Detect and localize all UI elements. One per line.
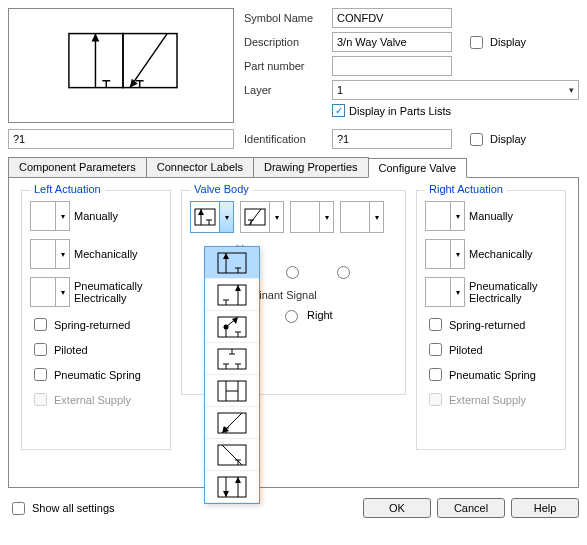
description-display-label: Display [490,36,526,48]
right-actuation-title: Right Actuation [425,183,507,195]
valve-body-option-3[interactable] [205,311,259,343]
symbol-preview [8,8,234,123]
valve-body-option-1[interactable] [205,247,259,279]
cancel-button[interactable]: Cancel [437,498,505,518]
help-button[interactable]: Help [511,498,579,518]
part-number-input[interactable] [332,56,452,76]
tab-configure-valve[interactable]: Configure Valve [368,158,467,178]
valve-body-option-4[interactable] [205,343,259,375]
show-all-settings-label: Show all settings [32,502,115,514]
valve-body-cell-2[interactable]: ▾ [240,201,284,233]
left-pneu-elec-label: Pneumatically Electrically [74,280,142,304]
dominant-signal-label: Dominant Signal [236,289,397,301]
position-label: ition [236,243,397,255]
display-parts-list-checkbox[interactable]: ✓ [332,104,345,117]
display-parts-list-label: Display in Parts Lists [349,105,451,117]
identification-display-label: Display [490,133,526,145]
left-pneu-elec-dropdown[interactable]: ▾ [30,277,70,307]
identification-display-checkbox[interactable] [470,133,483,146]
layer-label: Layer [244,84,332,96]
position-radio-3[interactable] [337,266,350,279]
valve-body-option-5[interactable] [205,375,259,407]
svg-rect-1 [123,34,177,88]
svg-marker-60 [235,477,241,483]
position-radio-2[interactable] [286,266,299,279]
right-mechanically-label: Mechanically [469,248,533,260]
tab-component-parameters[interactable]: Component Parameters [8,157,147,177]
right-pneu-elec-label: Pneumatically Electrically [469,280,537,304]
svg-rect-29 [218,317,246,337]
ok-button[interactable]: OK [363,498,431,518]
description-input[interactable] [332,32,452,52]
svg-marker-33 [232,317,238,324]
symbol-name-label: Symbol Name [244,12,332,24]
left-actuation-title: Left Actuation [30,183,105,195]
valve-body-option-2[interactable] [205,279,259,311]
part-number-label: Part number [244,60,332,72]
svg-rect-56 [218,477,246,497]
right-pneumatic-spring-checkbox[interactable] [429,368,442,381]
show-all-settings-checkbox[interactable] [12,502,25,515]
symbol-name-input[interactable] [332,8,452,28]
valve-body-option-8[interactable] [205,471,259,503]
right-spring-returned-checkbox[interactable] [429,318,442,331]
svg-line-53 [222,445,242,465]
right-mechanically-dropdown[interactable]: ▾ [425,239,465,269]
dominant-signal-right-radio[interactable] [285,310,298,323]
tab-drawing-properties[interactable]: Drawing Properties [253,157,369,177]
identification-input[interactable] [332,129,452,149]
svg-line-8 [130,34,167,88]
identification-label: Identification [244,133,324,145]
svg-marker-21 [223,253,229,259]
dominant-signal-right-label: Right [307,309,333,321]
description-display-checkbox[interactable] [470,36,483,49]
valve-body-cell-1[interactable]: ▾ [190,201,234,233]
left-mechanically-dropdown[interactable]: ▾ [30,239,70,269]
svg-marker-28 [235,285,241,291]
valve-body-cell-3[interactable]: ▾ [290,201,334,233]
left-manually-label: Manually [74,210,118,222]
configure-valve-panel: Left Actuation ▾ Manually ▾ Mechanically… [8,178,579,488]
preview-identification-display: ?1 [8,129,234,149]
right-pneu-elec-dropdown[interactable]: ▾ [425,277,465,307]
valve-body-option-6[interactable] [205,407,259,439]
left-spring-returned-checkbox[interactable] [34,318,47,331]
right-manually-dropdown[interactable]: ▾ [425,201,465,231]
valve-body-dropdown-list[interactable] [204,246,260,504]
svg-marker-58 [223,491,229,497]
valve-body-cell-4[interactable]: ▾ [340,201,384,233]
left-mechanically-label: Mechanically [74,248,138,260]
left-manually-dropdown[interactable]: ▾ [30,201,70,231]
svg-rect-24 [218,285,246,305]
svg-marker-3 [92,34,100,42]
right-manually-label: Manually [469,210,513,222]
tab-bar: Component Parameters Connector Labels Dr… [8,157,579,178]
right-external-supply-checkbox [429,393,442,406]
description-label: Description [244,36,332,48]
right-piloted-checkbox[interactable] [429,343,442,356]
svg-rect-19 [218,253,246,273]
left-pneumatic-spring-checkbox[interactable] [34,368,47,381]
valve-body-option-7[interactable] [205,439,259,471]
valve-body-title: Valve Body [190,183,253,195]
svg-marker-12 [198,209,204,215]
layer-select[interactable]: 1 [332,80,579,100]
left-piloted-checkbox[interactable] [34,343,47,356]
tab-connector-labels[interactable]: Connector Labels [146,157,254,177]
left-external-supply-checkbox [34,393,47,406]
svg-rect-10 [195,209,215,225]
